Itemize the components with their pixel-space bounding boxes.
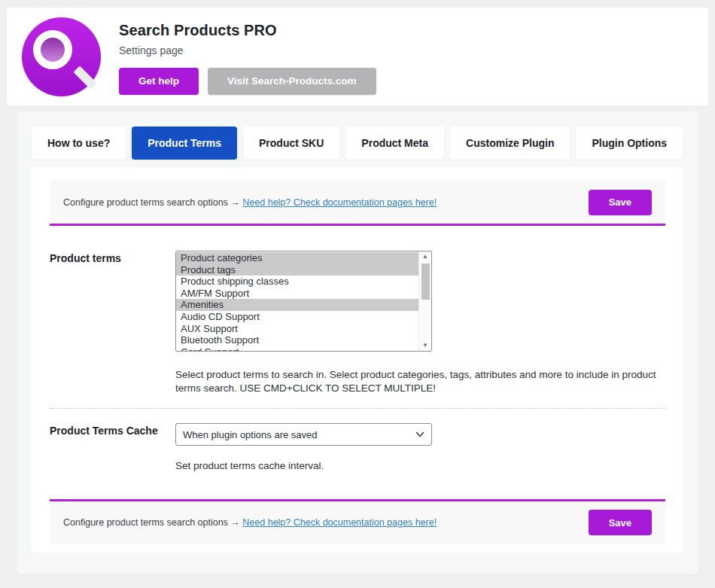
- listbox-scrollbar[interactable]: ▲ ▼: [418, 251, 431, 351]
- page-title: Search Products PRO: [119, 22, 376, 39]
- listbox-options: Product categoriesProduct tagsProduct sh…: [176, 252, 418, 352]
- magnifier-handle-icon: [73, 66, 96, 89]
- tab-customize-plugin[interactable]: Customize Plugin: [450, 126, 570, 160]
- app-logo: [22, 17, 101, 96]
- settings-card: How to use?Product TermsProduct SKUProdu…: [17, 111, 698, 574]
- save-button-bottom[interactable]: Save: [589, 510, 652, 535]
- header-text: Search Products PRO Settings page Get he…: [119, 19, 376, 95]
- listbox-option[interactable]: Amenities: [176, 299, 418, 311]
- listbox-option[interactable]: Product shipping classes: [176, 276, 418, 288]
- tab-product-meta[interactable]: Product Meta: [345, 126, 444, 160]
- cache-select-value: When plugin options are saved: [183, 429, 318, 440]
- scrollbar-thumb[interactable]: [421, 264, 430, 300]
- product-terms-row: Product terms Product categoriesProduct …: [50, 251, 665, 395]
- listbox-option[interactable]: Card Support: [176, 346, 418, 352]
- info-text: Configure product terms search options →…: [63, 517, 437, 528]
- product-terms-panel: Configure product terms search options →…: [32, 167, 683, 553]
- visit-site-button[interactable]: Visit Search-Products.com: [208, 68, 376, 95]
- header-buttons: Get help Visit Search-Products.com: [119, 68, 376, 95]
- listbox-option[interactable]: Product tags: [176, 264, 418, 276]
- info-text: Configure product terms search options →…: [63, 197, 437, 208]
- tab-bar: How to use?Product TermsProduct SKUProdu…: [32, 126, 683, 160]
- save-button-top[interactable]: Save: [589, 190, 652, 215]
- documentation-link[interactable]: Need help? Check documentation pages her…: [242, 517, 437, 528]
- listbox-option[interactable]: Product categories: [176, 252, 418, 264]
- info-label: Configure product terms search options →: [63, 197, 240, 208]
- listbox-option[interactable]: AUX Support: [176, 323, 418, 335]
- magnifier-icon: [33, 30, 72, 69]
- chevron-down-icon: [415, 430, 424, 439]
- listbox-option[interactable]: Bluetooth Support: [176, 334, 418, 346]
- info-label: Configure product terms search options →: [63, 517, 240, 528]
- cache-select[interactable]: When plugin options are saved: [175, 423, 432, 446]
- cache-field: When plugin options are saved Set produc…: [175, 423, 665, 473]
- scrollbar-down-icon[interactable]: ▼: [422, 340, 428, 351]
- scrollbar-up-icon[interactable]: ▲: [422, 251, 428, 262]
- listbox-option[interactable]: AM/FM Support: [176, 288, 418, 300]
- tab-product-sku[interactable]: Product SKU: [243, 126, 339, 160]
- info-bar-top: Configure product terms search options →…: [50, 181, 665, 226]
- info-bar-bottom: Configure product terms search options →…: [50, 499, 665, 544]
- product-terms-label: Product terms: [50, 251, 175, 264]
- page-subtitle: Settings page: [119, 44, 376, 56]
- cache-label: Product Terms Cache: [50, 423, 175, 437]
- tab-how-to-use[interactable]: How to use?: [32, 126, 126, 160]
- tab-product-terms[interactable]: Product Terms: [132, 126, 237, 160]
- product-terms-field: Product categoriesProduct tagsProduct sh…: [175, 251, 665, 395]
- listbox-option[interactable]: Audio CD Support: [176, 311, 418, 323]
- product-terms-listbox[interactable]: Product categoriesProduct tagsProduct sh…: [175, 251, 432, 352]
- cache-help: Set product terms cache interval.: [175, 459, 665, 473]
- cache-row: Product Terms Cache When plugin options …: [50, 409, 665, 473]
- header: Search Products PRO Settings page Get he…: [7, 8, 708, 105]
- get-help-button[interactable]: Get help: [119, 68, 199, 95]
- product-terms-help: Select product terms to search in. Selec…: [175, 368, 665, 395]
- documentation-link[interactable]: Need help? Check documentation pages her…: [242, 197, 437, 208]
- tab-plugin-options[interactable]: Plugin Options: [576, 126, 683, 160]
